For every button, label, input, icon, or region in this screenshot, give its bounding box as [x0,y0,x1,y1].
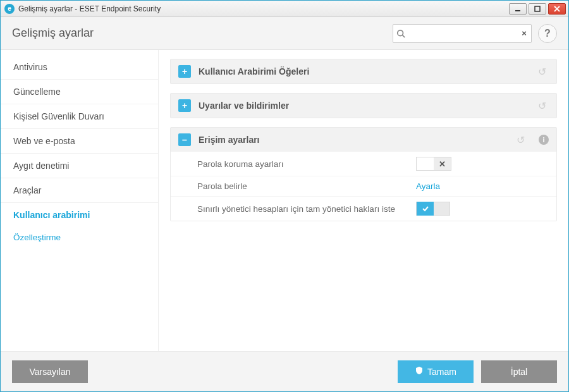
sidebar-item-user-interface[interactable]: Kullanıcı arabirimi [1,203,158,227]
section-alerts: + Uyarılar ve bildirimler ↺ [170,93,557,118]
sidebar-subitem-customize[interactable]: Özelleştirme [1,227,158,248]
window-close-button[interactable] [548,3,566,15]
sidebar-item-web-email[interactable]: Web ve e-posta [1,129,158,154]
svg-rect-1 [535,6,540,11]
section-access-settings: – Erişim ayarları ↺ i Parola koruma ayar… [170,127,557,221]
sidebar-item-firewall[interactable]: Kişisel Güvenlik Duvarı [1,104,158,129]
button-label: Tamam [427,367,456,377]
svg-point-2 [398,30,403,35]
search-field[interactable]: × [393,24,532,43]
window-title: Gelişmiş ayarlar - ESET Endpoint Securit… [18,4,161,13]
row-set-password: Parola belirle Ayarla [171,176,556,196]
row-admin-rights: Sınırlı yönetici hesapları için tam yöne… [171,196,556,221]
ok-button[interactable]: Tamam [398,360,474,383]
setting-label: Parola koruma ayarları [197,159,416,169]
sidebar-item-tools[interactable]: Araçlar [1,178,158,203]
section-body: Parola koruma ayarları ✕ Parola belirle … [171,152,556,221]
search-icon [393,29,408,38]
window-minimize-button[interactable] [509,3,527,15]
footer-bar: Varsayılan Tamam İptal [1,351,568,391]
window-maximize-button[interactable] [529,3,546,15]
title-bar: e Gelişmiş ayarlar - ESET Endpoint Secur… [1,1,568,17]
button-label: Varsayılan [29,367,70,377]
row-password-protection: Parola koruma ayarları ✕ [171,152,556,176]
close-x-icon: ✕ [434,157,451,170]
cancel-button[interactable]: İptal [481,360,557,383]
reset-icon[interactable]: ↺ [535,66,549,78]
help-button[interactable]: ? [538,24,557,43]
admin-rights-toggle[interactable] [416,202,450,216]
main-body: Antivirus Güncelleme Kişisel Güvenlik Du… [1,50,568,351]
page-title: Gelişmiş ayarlar [12,27,393,40]
defaults-button[interactable]: Varsayılan [12,360,88,383]
collapse-icon[interactable]: – [178,133,191,146]
info-icon[interactable]: i [539,135,549,145]
reset-icon[interactable]: ↺ [514,134,527,146]
section-title: Erişim ayarları [199,135,506,145]
setting-label: Parola belirle [197,181,416,191]
set-password-link[interactable]: Ayarla [416,181,440,191]
content-pane: + Kullanıcı Arabirimi Öğeleri ↺ + Uyarıl… [159,50,568,351]
section-ui-elements: + Kullanıcı Arabirimi Öğeleri ↺ [170,59,557,84]
app-window: e Gelişmiş ayarlar - ESET Endpoint Secur… [0,0,569,392]
setting-label: Sınırlı yönetici hesapları için tam yöne… [197,204,416,214]
section-title: Uyarılar ve bildirimler [199,101,528,111]
button-label: İptal [511,367,527,377]
shield-icon [415,366,424,377]
expand-icon[interactable]: + [178,99,191,112]
sidebar-item-update[interactable]: Güncelleme [1,80,158,104]
header-bar: Gelişmiş ayarlar × ? [1,17,568,50]
svg-rect-0 [515,10,520,11]
sidebar: Antivirus Güncelleme Kişisel Güvenlik Du… [1,50,159,351]
search-input[interactable] [408,25,517,42]
search-clear-icon[interactable]: × [517,28,531,38]
check-icon [417,202,434,216]
app-logo-icon: e [4,4,15,14]
toggle-off-slot [417,157,434,170]
sidebar-item-antivirus[interactable]: Antivirus [1,55,158,80]
sidebar-item-device-control[interactable]: Aygıt denetimi [1,154,158,178]
password-protection-toggle[interactable]: ✕ [416,157,451,171]
expand-icon[interactable]: + [178,65,191,78]
section-title: Kullanıcı Arabirimi Öğeleri [199,66,528,77]
reset-icon[interactable]: ↺ [535,100,549,112]
